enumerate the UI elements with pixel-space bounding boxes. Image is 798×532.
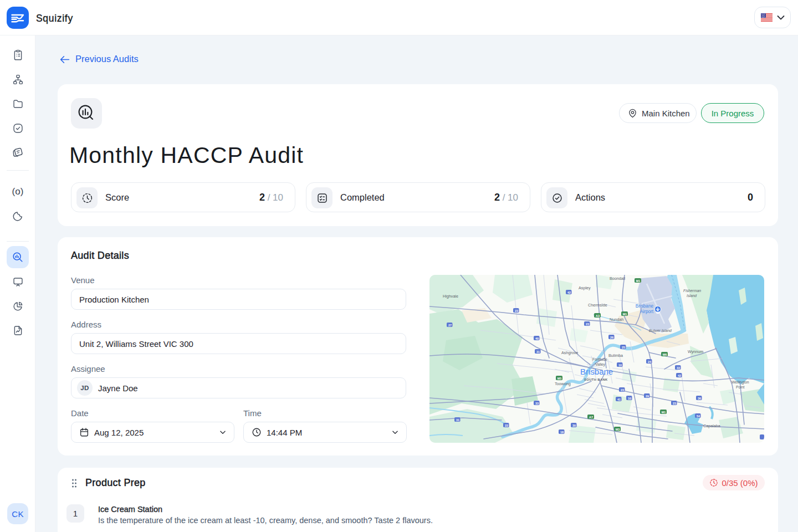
svg-text:26: 26	[610, 336, 613, 339]
svg-text:27: 27	[448, 324, 452, 327]
svg-text:31: 31	[536, 350, 540, 354]
svg-text:M1: M1	[623, 313, 627, 316]
svg-text:Brisbane: Brisbane	[636, 304, 654, 309]
svg-text:36: 36	[698, 397, 701, 400]
svg-text:M1: M1	[662, 411, 666, 414]
svg-text:29: 29	[646, 395, 649, 398]
svg-text:30: 30	[572, 424, 576, 427]
svg-text:Valley: Valley	[595, 362, 606, 367]
svg-text:Aspley: Aspley	[579, 285, 591, 290]
svg-text:Highvale: Highvale	[443, 294, 458, 299]
svg-text:40: 40	[535, 337, 539, 340]
svg-text:23: 23	[673, 402, 676, 405]
svg-text:Bulimba: Bulimba	[608, 353, 623, 358]
svg-text:A7: A7	[589, 416, 593, 419]
svg-text:A3: A3	[596, 314, 600, 318]
svg-text:54: 54	[697, 415, 700, 418]
svg-text:Island: Island	[687, 294, 697, 298]
svg-text:Fortitude: Fortitude	[592, 357, 607, 361]
svg-text:24: 24	[648, 360, 651, 364]
svg-text:M6: M6	[663, 353, 667, 356]
svg-text:Capalaba: Capalaba	[703, 423, 720, 428]
svg-text:SOUTH BANK: SOUTH BANK	[584, 378, 608, 381]
svg-text:Nundah: Nundah	[610, 317, 623, 322]
svg-text:41: 41	[617, 398, 621, 401]
svg-text:M5: M5	[557, 377, 562, 380]
svg-text:Toowong: Toowong	[555, 381, 571, 386]
svg-text:Ashgrove: Ashgrove	[561, 350, 578, 355]
svg-text:23: 23	[515, 309, 518, 313]
svg-text:22: 22	[505, 424, 508, 427]
svg-text:42: 42	[567, 291, 571, 294]
svg-text:10: 10	[628, 397, 631, 400]
svg-text:Point: Point	[736, 385, 745, 389]
svg-text:Brisbane: Brisbane	[580, 367, 613, 376]
svg-text:Wellington: Wellington	[732, 380, 749, 385]
svg-text:M3: M3	[616, 428, 620, 431]
svg-text:Bulwer Island: Bulwer Island	[649, 329, 672, 332]
svg-text:Fisherman: Fisherman	[683, 289, 701, 293]
svg-text:Chermside: Chermside	[588, 303, 607, 308]
svg-text:Boondall: Boondall	[610, 276, 625, 281]
svg-text:10: 10	[618, 364, 622, 367]
svg-text:Wynnum: Wynnum	[688, 349, 703, 354]
svg-text:Airport: Airport	[640, 309, 654, 314]
svg-text:42: 42	[678, 374, 681, 377]
svg-text:23: 23	[621, 388, 624, 392]
svg-text:25: 25	[622, 346, 625, 349]
svg-text:33: 33	[677, 366, 680, 370]
svg-text:31: 31	[456, 418, 459, 422]
svg-text:33: 33	[535, 402, 539, 405]
svg-text:23: 23	[586, 323, 589, 326]
svg-text:M1: M1	[636, 279, 641, 283]
svg-text:18: 18	[560, 431, 564, 434]
